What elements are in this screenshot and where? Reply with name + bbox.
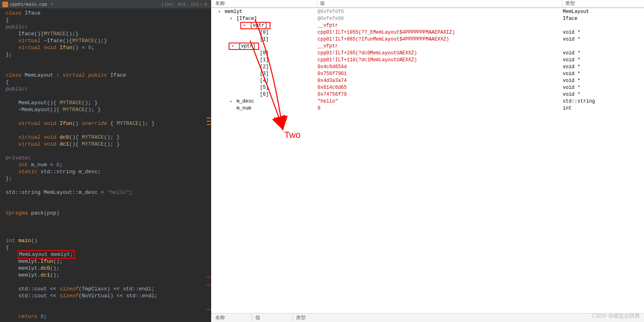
watch-rows: ▾ memlyt@0xfefdf8MemLayout ▾ [Iface]@0xf… bbox=[211, 8, 644, 322]
watch-row-name: [2] bbox=[257, 64, 269, 70]
watch-row-type: void * bbox=[563, 36, 644, 42]
chevron-down-icon[interactable]: ▾ bbox=[230, 43, 235, 49]
watch-row[interactable]: ▾ [vptr]__vfptr bbox=[211, 22, 644, 29]
watch-row-type: int bbox=[563, 105, 644, 111]
statusbar-linecol: Line: 612, Col: 0 bbox=[162, 2, 207, 7]
chevron-down-icon[interactable]: ▾ bbox=[217, 9, 222, 14]
watch-row-type: void * bbox=[563, 85, 644, 90]
watch-row[interactable]: m_num0int bbox=[211, 105, 644, 112]
watch-row-type: void * bbox=[563, 71, 644, 77]
watch-row-value: 0x614c6d65 bbox=[318, 85, 563, 90]
watch-row[interactable]: ▾ [Iface]@0xfefe08Iface bbox=[211, 15, 644, 22]
watch-row[interactable]: [4]0x4d3a3a74void * bbox=[211, 77, 644, 84]
watch-row-name: [0] bbox=[257, 50, 269, 56]
chevron-down-icon[interactable]: ▾ bbox=[229, 16, 233, 21]
watch-row-name: [3] bbox=[257, 71, 269, 77]
editor-tabbar: cpp01/main.cpp × Line: 612, Col: 0 bbox=[0, 0, 211, 9]
watch-row-name: [4] bbox=[257, 78, 269, 84]
watch-header-name[interactable]: 名称 bbox=[211, 0, 318, 7]
watch-row[interactable]: [3]0x756f7961void * bbox=[211, 70, 644, 77]
watch-searchbar: 名称 值 类型 bbox=[211, 313, 644, 322]
watch-row[interactable]: [6]0x74756f79void * bbox=[211, 91, 644, 98]
code-editor[interactable]: class Iface { public: Iface(){MYTRACE();… bbox=[0, 9, 211, 322]
file-icon bbox=[2, 2, 8, 7]
watch-row[interactable]: [1]cpp01!ILT+885(?IfunMemLayout$4PPPPPPP… bbox=[211, 36, 644, 43]
watch-row-name: [1] bbox=[257, 36, 269, 42]
watch-row-name: [0] bbox=[257, 30, 269, 35]
watch-row-value: cpp01!ILT+285(?dc0MemLayoutUAEXXZ) bbox=[318, 50, 563, 56]
watch-panel: 名称 值 类型 ▾ memlyt@0xfefdf8MemLayout ▾ [If… bbox=[211, 0, 644, 322]
watch-row-value: @0xfefe08 bbox=[318, 16, 563, 21]
watch-row-type: void * bbox=[563, 78, 644, 84]
watch-row-type: void * bbox=[563, 30, 644, 35]
watch-row-name: memlyt bbox=[222, 9, 242, 15]
watch-row-value: 0 bbox=[318, 105, 563, 111]
watermark: CSDN @键盘会跳舞 bbox=[592, 312, 640, 320]
search-col-value[interactable]: 值 bbox=[252, 314, 292, 321]
editor-pane: cpp01/main.cpp × Line: 612, Col: 0 class… bbox=[0, 0, 211, 322]
watch-row-name: [vptr] bbox=[235, 43, 255, 49]
watch-row-type: std::string bbox=[563, 99, 644, 104]
watch-row-value: cpp01!ILT+885(?IfunMemLayout$4PPPPPPPMAA… bbox=[318, 36, 563, 42]
watch-row[interactable]: [1]cpp01!ILT+110(?dc1MemLayoutUAEXXZ)voi… bbox=[211, 56, 644, 63]
watch-row[interactable]: [0]cpp01!ILT+1055(??_EMemLayout$4PPPPPPP… bbox=[211, 29, 644, 36]
tab-close-icon[interactable]: × bbox=[50, 2, 53, 7]
watch-row-name: [6] bbox=[257, 92, 269, 97]
watch-header-type[interactable]: 类型 bbox=[563, 0, 644, 7]
watch-row-value: cpp01!ILT+1055(??_EMemLayout$4PPPPPPPMAA… bbox=[318, 30, 563, 35]
watch-row-name: m_desc bbox=[233, 99, 254, 104]
watch-row-type: Iface bbox=[563, 16, 644, 21]
watch-row[interactable]: [2]0x4c6d654dvoid * bbox=[211, 63, 644, 70]
watch-header-value[interactable]: 值 bbox=[318, 0, 563, 7]
watch-row-value: __vfptr bbox=[318, 43, 563, 49]
watch-row-name: m_num bbox=[233, 105, 251, 111]
watch-header-row: 名称 值 类型 bbox=[211, 0, 644, 8]
code-content: class Iface { public: Iface(){MYTRACE();… bbox=[6, 10, 211, 320]
watch-row-value: "hello" bbox=[318, 99, 563, 104]
watch-row-name: [1] bbox=[257, 57, 269, 63]
watch-row-value: cpp01!ILT+110(?dc1MemLayoutUAEXXZ) bbox=[318, 57, 563, 63]
watch-row[interactable]: ▾ [vptr]__vfptr bbox=[211, 43, 644, 49]
watch-row-value: 0x756f7961 bbox=[318, 71, 563, 77]
watch-row-type: void * bbox=[563, 57, 644, 63]
watch-row-value: 0x4c6d654d bbox=[318, 64, 563, 70]
editor-scroll-strip[interactable] bbox=[206, 9, 211, 322]
watch-row-type: void * bbox=[563, 64, 644, 70]
watch-row-type: void * bbox=[563, 50, 644, 56]
watch-row-name: [Iface] bbox=[233, 16, 257, 21]
watch-row[interactable]: [5]0x614c6d65void * bbox=[211, 84, 644, 91]
chevron-down-icon[interactable]: ▾ bbox=[242, 23, 247, 28]
watch-row-type: MemLayout bbox=[563, 9, 644, 15]
search-col-name[interactable]: 名称 bbox=[211, 314, 252, 321]
watch-row-name: [5] bbox=[257, 85, 269, 90]
watch-row-name: [vptr] bbox=[247, 23, 267, 28]
watch-row-value: __vfptr bbox=[318, 23, 563, 28]
watch-row-type: void * bbox=[563, 92, 644, 97]
watch-row-value: 0x74756f79 bbox=[318, 92, 563, 97]
chevron-right-icon[interactable]: ▸ bbox=[229, 99, 233, 104]
search-col-type[interactable]: 类型 bbox=[292, 314, 333, 321]
watch-row-value: 0x4d3a3a74 bbox=[318, 78, 563, 84]
watch-row[interactable]: [0]cpp01!ILT+285(?dc0MemLayoutUAEXXZ)voi… bbox=[211, 49, 644, 56]
watch-row-value: @0xfefdf8 bbox=[318, 9, 563, 15]
watch-row[interactable]: ▸ m_desc"hello"std::string bbox=[211, 98, 644, 105]
watch-row[interactable]: ▾ memlyt@0xfefdf8MemLayout bbox=[211, 8, 644, 15]
tab-filename[interactable]: cpp01/main.cpp bbox=[10, 2, 47, 7]
